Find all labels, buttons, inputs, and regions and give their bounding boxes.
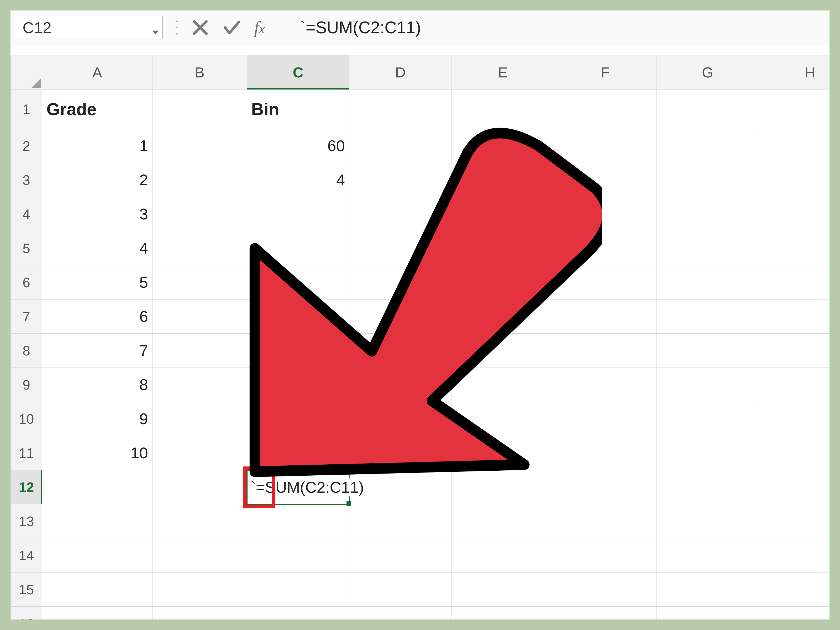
cell-E15[interactable] (452, 573, 554, 606)
cell-C10[interactable] (247, 402, 349, 436)
cell-D4[interactable] (349, 197, 452, 231)
cell-C4[interactable] (247, 197, 349, 231)
cell-F16[interactable] (554, 606, 657, 620)
cell-F7[interactable] (554, 300, 657, 334)
cell-F15[interactable] (554, 573, 657, 606)
row-header-15[interactable]: 15 (11, 573, 42, 606)
cell-H12[interactable] (759, 470, 830, 504)
cell-A1[interactable]: Grade (42, 90, 153, 129)
cell-H5[interactable] (759, 231, 830, 265)
cell-B3[interactable] (153, 163, 247, 197)
cell-D3[interactable] (349, 163, 452, 197)
column-header-G[interactable]: G (657, 55, 759, 90)
cell-B15[interactable] (153, 573, 247, 606)
column-header-B[interactable]: B (153, 55, 247, 90)
cell-F14[interactable] (554, 538, 657, 573)
cell-A7[interactable]: 6 (42, 300, 153, 334)
row-header-11[interactable]: 11 (11, 436, 42, 470)
cell-C6[interactable] (247, 265, 349, 300)
cell-B8[interactable] (153, 334, 247, 368)
row-header-9[interactable]: 9 (11, 368, 42, 402)
cell-G7[interactable] (657, 300, 759, 334)
cell-G13[interactable] (657, 504, 759, 538)
cell-C3[interactable]: 4 (247, 163, 349, 197)
cell-E16[interactable] (452, 606, 554, 620)
cell-B1[interactable] (153, 90, 247, 129)
row-header-13[interactable]: 13 (11, 504, 42, 538)
cell-A12[interactable] (42, 470, 153, 504)
cell-H9[interactable] (759, 368, 830, 402)
cell-G12[interactable] (657, 470, 759, 504)
insert-function-icon[interactable]: fx (254, 17, 265, 38)
row-header-7[interactable]: 7 (11, 300, 42, 334)
cell-G5[interactable] (657, 231, 759, 265)
cell-A2[interactable]: 1 (42, 129, 153, 163)
cell-F5[interactable] (554, 231, 657, 265)
cell-G6[interactable] (657, 265, 759, 300)
cell-D7[interactable] (349, 300, 452, 334)
cell-B12[interactable] (153, 470, 247, 504)
cell-F12[interactable] (554, 470, 657, 504)
column-header-F[interactable]: F (554, 55, 657, 90)
cell-A9[interactable]: 8 (42, 368, 153, 402)
cell-B10[interactable] (153, 402, 247, 436)
cell-B11[interactable] (153, 436, 247, 470)
cell-A6[interactable]: 5 (42, 265, 153, 300)
cell-F13[interactable] (554, 504, 657, 538)
row-header-1[interactable]: 1 (11, 90, 42, 129)
cell-H15[interactable] (759, 573, 830, 606)
cell-H1[interactable] (759, 90, 830, 129)
cell-E5[interactable] (452, 231, 554, 265)
cell-F11[interactable] (554, 436, 657, 470)
select-all-corner[interactable] (11, 55, 42, 90)
cell-E12[interactable] (452, 470, 554, 504)
cell-B14[interactable] (153, 538, 247, 573)
cell-H11[interactable] (759, 436, 830, 470)
cell-C8[interactable] (247, 334, 349, 368)
cell-B9[interactable] (153, 368, 247, 402)
cell-B7[interactable] (153, 300, 247, 334)
cell-D15[interactable] (349, 573, 452, 606)
cell-H8[interactable] (759, 334, 830, 368)
cell-G3[interactable] (657, 163, 759, 197)
cell-C11[interactable]: 10 (247, 436, 349, 470)
cell-F8[interactable] (554, 334, 657, 368)
row-header-10[interactable]: 10 (11, 402, 42, 436)
column-header-D[interactable]: D (349, 55, 452, 90)
cell-C16[interactable] (247, 606, 349, 620)
cell-H7[interactable] (759, 300, 830, 334)
cell-E10[interactable] (452, 402, 554, 436)
cell-G2[interactable] (657, 129, 759, 163)
cell-C15[interactable] (247, 573, 349, 606)
cell-E7[interactable] (452, 300, 554, 334)
row-header-4[interactable]: 4 (11, 197, 42, 231)
spreadsheet-grid[interactable]: ABCDEFGH 1GradeBin2160324435465768798109… (11, 55, 829, 619)
cell-D16[interactable] (349, 606, 452, 620)
cell-E8[interactable] (452, 334, 554, 368)
cell-G1[interactable] (657, 90, 759, 129)
row-header-3[interactable]: 3 (11, 163, 42, 197)
cell-A4[interactable]: 3 (42, 197, 153, 231)
cell-G14[interactable] (657, 538, 759, 573)
cell-E13[interactable] (452, 504, 554, 538)
cell-F2[interactable] (554, 129, 657, 163)
cell-C12[interactable] (247, 470, 349, 504)
cell-E11[interactable] (452, 436, 554, 470)
cell-B5[interactable] (153, 231, 247, 265)
row-header-16[interactable]: 16 (11, 606, 42, 620)
cell-F4[interactable] (554, 197, 657, 231)
cell-A5[interactable]: 4 (42, 231, 153, 265)
cell-A13[interactable] (42, 504, 153, 538)
cell-H14[interactable] (759, 538, 830, 573)
cell-F9[interactable] (554, 368, 657, 402)
cell-G15[interactable] (657, 573, 759, 606)
cell-D9[interactable] (349, 368, 452, 402)
cell-A14[interactable] (42, 538, 153, 573)
cell-E4[interactable] (452, 197, 554, 231)
cell-G9[interactable] (657, 368, 759, 402)
cell-E9[interactable] (452, 368, 554, 402)
row-header-6[interactable]: 6 (11, 265, 42, 300)
cell-C14[interactable] (247, 538, 349, 573)
cell-H3[interactable] (759, 163, 830, 197)
cell-D6[interactable] (349, 265, 452, 300)
